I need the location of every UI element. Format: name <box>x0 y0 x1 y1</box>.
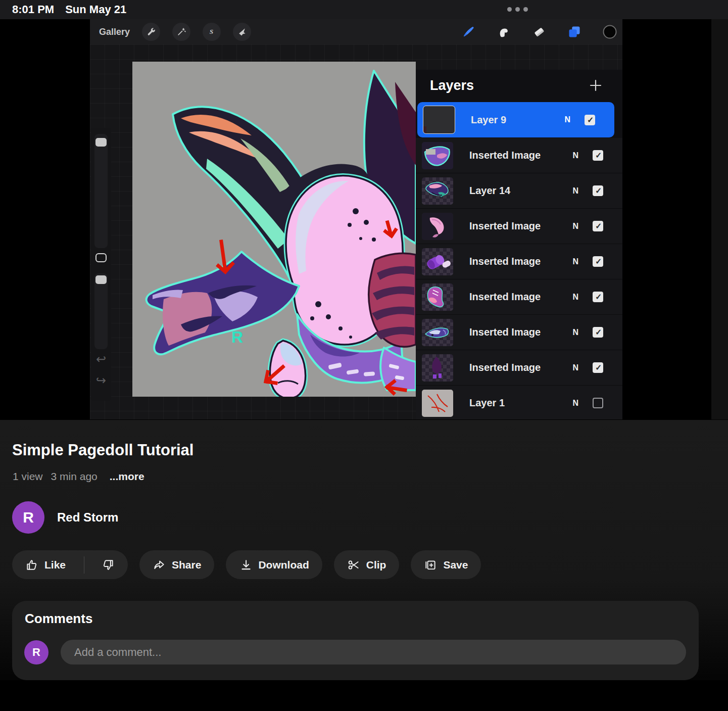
layer-visibility-checkbox[interactable] <box>593 327 603 338</box>
layer-row[interactable]: Inserted Image N <box>416 315 622 350</box>
share-button[interactable]: Share <box>139 550 214 579</box>
thumbs-up-icon <box>25 558 38 572</box>
comment-avatar[interactable]: R <box>24 640 48 665</box>
download-label: Download <box>258 559 309 571</box>
video-actions-row: Like Share Download <box>12 550 481 579</box>
canvas-letter: R <box>231 328 243 346</box>
layer-blend-badge[interactable]: N <box>572 151 578 160</box>
brush-size-slider[interactable] <box>94 134 108 248</box>
selection-icon[interactable]: S <box>203 23 221 41</box>
layer-blend-badge[interactable]: N <box>572 293 578 302</box>
video-player[interactable]: Gallery S <box>0 19 711 419</box>
layer-visibility-checkbox[interactable] <box>593 292 603 302</box>
brush-opacity-slider[interactable] <box>94 273 108 349</box>
eraser-tool-icon[interactable] <box>530 23 548 40</box>
layer-blend-badge[interactable]: N <box>572 399 578 408</box>
dislike-button[interactable] <box>90 550 128 579</box>
layer-thumbnail[interactable] <box>422 142 453 169</box>
layer-row[interactable]: Inserted Image N <box>416 350 622 386</box>
save-button[interactable]: Save <box>411 550 481 579</box>
scissors-icon <box>347 558 360 572</box>
redo-icon[interactable]: ↪ <box>91 373 111 388</box>
pill-divider <box>84 556 84 574</box>
layer-thumbnail[interactable] <box>422 283 453 311</box>
layer-visibility-checkbox[interactable] <box>593 256 603 267</box>
brush-opacity-handle[interactable] <box>95 275 107 284</box>
layer-thumbnail[interactable] <box>422 213 453 240</box>
bottom-spacer <box>0 680 728 711</box>
procreate-toolbar: Gallery S <box>90 19 622 44</box>
layer-blend-badge[interactable]: N <box>572 363 578 372</box>
gallery-button[interactable]: Gallery <box>99 27 130 37</box>
status-time: 8:01 PM <box>12 3 54 16</box>
layer-name: Layer 9 <box>471 114 564 126</box>
layer-visibility-checkbox[interactable] <box>593 185 603 196</box>
status-bar: 8:01 PM Sun May 21 <box>0 0 728 19</box>
layer-row[interactable]: Layer 14 N <box>416 173 622 209</box>
modify-button[interactable] <box>95 253 107 262</box>
download-button[interactable]: Download <box>226 550 322 579</box>
status-ellipsis-icon[interactable] <box>507 7 528 12</box>
add-layer-icon[interactable] <box>588 78 603 93</box>
layer-thumbnail[interactable] <box>422 319 453 346</box>
layers-panel-icon[interactable] <box>566 23 583 40</box>
layer-row[interactable]: Layer 9 N <box>417 102 614 137</box>
channel-avatar[interactable]: R <box>12 501 44 534</box>
layer-blend-badge[interactable]: N <box>572 186 578 196</box>
channel-name[interactable]: Red Storm <box>57 510 118 525</box>
layers-panel-title: Layers <box>430 78 474 93</box>
layer-blend-badge[interactable]: N <box>572 222 578 231</box>
comments-title: Comments <box>25 611 92 627</box>
adjustments-wand-icon[interactable] <box>172 23 190 41</box>
like-button[interactable]: Like <box>12 550 78 579</box>
comments-section[interactable]: Comments R Add a comment... <box>12 601 699 680</box>
download-icon <box>239 558 252 572</box>
layer-thumbnail[interactable] <box>422 354 453 382</box>
layer-thumbnail[interactable] <box>422 248 453 275</box>
thumbs-down-icon <box>102 558 115 572</box>
layer-row[interactable]: Inserted Image N <box>416 244 622 279</box>
layer-row[interactable]: Inserted Image N <box>416 279 622 315</box>
layer-visibility-checkbox[interactable] <box>593 362 603 373</box>
layers-panel: Layers Layer 9 N Inserted Image N Layer … <box>416 70 622 419</box>
layer-name: Inserted Image <box>469 291 572 303</box>
transform-arrow-icon[interactable] <box>233 23 251 41</box>
layer-name: Inserted Image <box>469 326 572 338</box>
layer-row[interactable]: Layer 1 N <box>416 386 622 419</box>
status-date: Sun May 21 <box>65 3 126 16</box>
brush-size-handle[interactable] <box>95 138 107 147</box>
layer-thumbnail[interactable] <box>422 177 453 205</box>
save-label: Save <box>443 559 468 571</box>
layer-name: Inserted Image <box>469 220 572 232</box>
layer-name: Layer 1 <box>469 397 572 409</box>
like-label: Like <box>44 559 66 571</box>
layer-visibility-checkbox[interactable] <box>593 398 603 408</box>
actions-wrench-icon[interactable] <box>142 23 160 41</box>
procreate-workspace: ↩ ↪ <box>90 44 622 419</box>
channel-row[interactable]: R Red Storm <box>12 501 118 534</box>
creature-striped-tail <box>369 253 416 347</box>
layer-visibility-checkbox[interactable] <box>585 115 595 125</box>
comment-input[interactable]: Add a comment... <box>61 640 686 665</box>
undo-icon[interactable]: ↩ <box>91 352 111 366</box>
layer-row[interactable]: Inserted Image N <box>416 209 622 244</box>
canvas-artwork: R <box>132 62 416 397</box>
layer-blend-badge[interactable]: N <box>572 328 578 337</box>
smudge-tool-icon[interactable] <box>495 23 512 40</box>
page-edge-strip <box>711 19 728 419</box>
layer-blend-badge[interactable]: N <box>572 257 578 266</box>
clip-button[interactable]: Clip <box>334 550 400 579</box>
layer-visibility-checkbox[interactable] <box>593 221 603 231</box>
procreate-app-frame: Gallery S <box>90 19 622 419</box>
share-label: Share <box>172 559 201 571</box>
layer-blend-badge[interactable]: N <box>564 115 570 124</box>
layer-thumbnail[interactable] <box>422 390 453 417</box>
layer-thumbnail[interactable] <box>423 106 455 133</box>
expand-description-button[interactable]: ...more <box>110 470 144 483</box>
drawing-canvas[interactable]: R <box>132 62 416 397</box>
layer-visibility-checkbox[interactable] <box>593 150 603 161</box>
layer-row[interactable]: Inserted Image N <box>416 138 622 173</box>
svg-text:S: S <box>210 28 213 35</box>
color-swatch-icon[interactable] <box>601 23 618 40</box>
brush-tool-icon[interactable] <box>460 23 477 40</box>
